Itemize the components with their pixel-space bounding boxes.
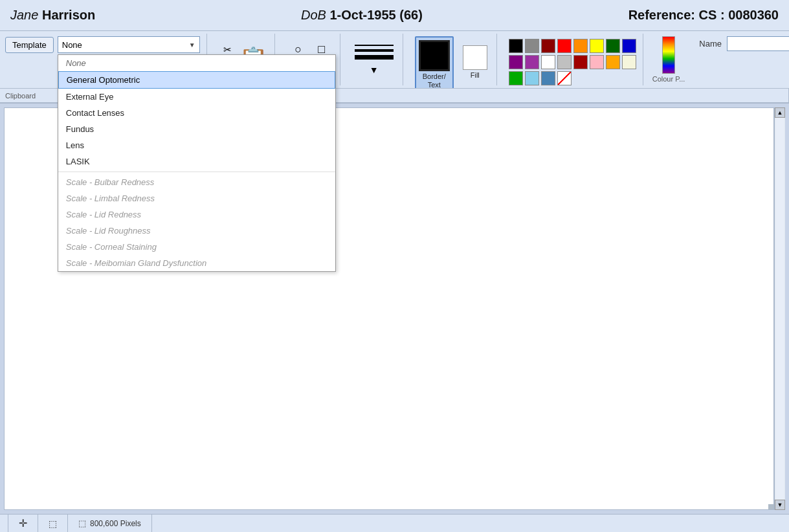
patient-first-name: Jane	[10, 8, 38, 22]
swatch-skyblue[interactable]	[525, 71, 539, 85]
canvas-size-text: 800,600 Pixels	[90, 519, 141, 528]
statusbar-select[interactable]: ⬚	[38, 515, 68, 532]
swatch-purple[interactable]	[509, 55, 523, 69]
canvas-size-icon: ⬚	[78, 518, 86, 528]
dropdown-item-scale-limbal[interactable]: Scale - Limbal Redness	[58, 190, 335, 206]
swatch-white[interactable]	[541, 55, 555, 69]
statusbar-move[interactable]: ✛	[8, 515, 38, 532]
reference-label: Reference:	[628, 8, 695, 22]
swatch-silver[interactable]	[557, 55, 572, 69]
border-text-button[interactable]: Border/Text	[415, 36, 454, 93]
swatch-red[interactable]	[557, 39, 572, 53]
colour-palette-section: Colour P...	[649, 34, 689, 85]
colour-palette-label: Colour P...	[652, 75, 685, 83]
name-input[interactable]	[727, 36, 789, 51]
dropdown-item-scale-meibomian[interactable]: Scale - Meibomian Gland Dysfunction	[58, 255, 335, 271]
swatch-gray[interactable]	[525, 39, 539, 53]
patient-last-name: Harrison	[42, 8, 95, 22]
dropdown-item-external-eye[interactable]: External Eye	[58, 89, 335, 105]
swatch-darkred[interactable]	[541, 39, 555, 53]
scrollbar-right: ▲ ▼	[774, 107, 785, 510]
dob-value: 1-Oct-1955 (66)	[329, 8, 422, 22]
border-text-label: Border/Text	[423, 72, 446, 89]
statusbar-canvas-size: ⬚ 800,600 Pixels	[68, 515, 152, 532]
dropdown-item-scale-bulbar[interactable]: Scale - Bulbar Redness	[58, 174, 335, 190]
dob-label: DoB	[301, 8, 326, 22]
move-icon: ✛	[19, 517, 27, 529]
dropdown-item-general-optometric[interactable]: General Optometric	[58, 71, 335, 89]
swatch-green[interactable]	[509, 71, 523, 85]
fill-button[interactable]: Fill	[460, 43, 490, 82]
template-dropdown: None General Optometric External Eye Con…	[58, 54, 336, 272]
dropdown-item-contact-lenses[interactable]: Contact Lenses	[58, 105, 335, 121]
reference: Reference: CS : 0080360	[628, 8, 779, 23]
scrollbar-track	[775, 118, 784, 500]
thickness-medium[interactable]	[355, 49, 394, 52]
name-label: Name	[699, 39, 722, 49]
swatch-lightorange[interactable]	[606, 55, 620, 69]
statusbar: ✛ ⬚ ⬚ 800,600 Pixels	[0, 514, 789, 532]
template-dropdown-arrow: ▼	[189, 41, 195, 49]
swatch-blue[interactable]	[622, 39, 636, 53]
swatch-transparent[interactable]	[557, 71, 572, 85]
swatch-violet[interactable]	[525, 55, 539, 69]
dropdown-item-scale-lid-redness[interactable]: Scale - Lid Redness	[58, 206, 335, 223]
swatch-steelblue[interactable]	[541, 71, 555, 85]
swatch-beige[interactable]	[622, 55, 636, 69]
fill-label: Fill	[471, 71, 480, 79]
thickness-thin[interactable]	[355, 45, 394, 46]
dropdown-item-scale-corneal[interactable]: Scale - Corneal Staining	[58, 239, 335, 255]
template-select[interactable]: None ▼	[58, 36, 200, 53]
swatch-crimson[interactable]	[573, 55, 588, 69]
dropdown-item-lens[interactable]: Lens	[58, 137, 335, 153]
dropdown-item-fundus[interactable]: Fundus	[58, 121, 335, 137]
template-selected-value: None	[62, 40, 189, 50]
swatch-orange[interactable]	[573, 39, 588, 53]
patient-name: Jane Harrison	[10, 8, 95, 23]
thickness-arrow-down[interactable]: ▼	[370, 65, 379, 75]
patient-dob: DoB 1-Oct-1955 (66)	[301, 8, 423, 23]
colour-palette-bar[interactable]	[662, 36, 675, 74]
canvas-resize-handle[interactable]	[768, 504, 773, 509]
scrollbar-up-arrow[interactable]: ▲	[775, 107, 785, 118]
header: Jane Harrison DoB 1-Oct-1955 (66) Refere…	[0, 0, 789, 31]
dropdown-divider	[58, 172, 335, 172]
swatch-pink[interactable]	[590, 55, 604, 69]
dropdown-item-lasik[interactable]: LASIK	[58, 153, 335, 170]
template-button[interactable]: Template	[5, 37, 54, 53]
select-icon: ⬚	[49, 518, 57, 529]
reference-value: CS : 0080360	[699, 8, 779, 22]
dropdown-item-scale-lid-roughness[interactable]: Scale - Lid Roughness	[58, 223, 335, 239]
dropdown-item-none[interactable]: None	[58, 55, 335, 71]
colours-grid	[509, 39, 636, 85]
scrollbar-down-arrow[interactable]: ▼	[775, 500, 785, 510]
swatch-darkgreen[interactable]	[606, 39, 620, 53]
thickness-thick[interactable]	[355, 55, 394, 60]
swatch-black[interactable]	[509, 39, 523, 53]
swatch-yellow[interactable]	[590, 39, 604, 53]
